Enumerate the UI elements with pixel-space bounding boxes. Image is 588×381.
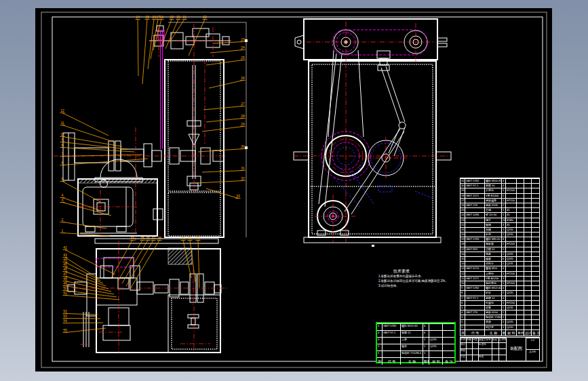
bom-cell-no: 3	[460, 315, 465, 319]
bom-cell-remark	[532, 178, 539, 183]
svg-text:18: 18	[159, 15, 163, 19]
bom-cell-material	[506, 178, 517, 183]
parts-cell-material	[429, 330, 443, 337]
svg-text:49: 49	[63, 281, 67, 285]
bom-cell-name: V带 B1400	[485, 193, 502, 198]
bom-cell-material	[506, 285, 517, 290]
bom-cell-remark	[532, 193, 539, 198]
parts-cell-qty: 6	[423, 330, 429, 337]
drawing-name: 装配图	[510, 346, 522, 351]
bom-row: 5 摇臂 1 Q235	[460, 305, 539, 310]
bom-cell-total-weight	[524, 222, 532, 227]
bom-cell-unit-weight	[517, 266, 524, 270]
bom-cell-remark	[532, 207, 539, 212]
bom-cell-name: 螺栓 M12×40	[485, 285, 502, 290]
parts-cell-qty: 1	[423, 337, 429, 344]
bom-cell-no: 1	[460, 325, 465, 329]
bom-cell-material	[506, 276, 517, 281]
bom-cell-remark	[532, 198, 539, 203]
bom-cell-remark	[532, 252, 539, 256]
bom-cell-material	[506, 193, 517, 198]
svg-text:55: 55	[63, 328, 67, 332]
belt-drive-view	[294, 19, 451, 247]
bom-rows: 31 GB/T 5782 螺栓 M10×35 4 30 GB/T 97.1 垫圈…	[460, 178, 539, 329]
bom-cell-no: 24	[460, 212, 465, 217]
signature-rows: 设计 标准化 审核 工艺 批准	[460, 342, 507, 361]
bom-cell-total-weight	[524, 207, 532, 212]
bom-cell-no: 30	[460, 183, 465, 188]
revision-header-row: 标记 处数 分区 更改文件号 签名 年月日	[460, 338, 507, 342]
bom-cell-code: GB/T 97.1	[465, 183, 485, 188]
bom-cell-remark	[532, 305, 539, 310]
bom-cell-material	[506, 237, 517, 241]
parts-cell-material: Q235	[429, 337, 443, 344]
parts-header-no: 序号	[377, 357, 383, 365]
bom-cell-code: GB/T 5783	[465, 237, 485, 241]
bom-cell-unit-weight	[517, 325, 524, 329]
bom-cell-total-weight	[524, 300, 532, 305]
parts-header-code: 代 号	[383, 357, 401, 365]
bom-cell-name: 张紧轮	[485, 300, 502, 305]
bom-cell-no: 14	[460, 261, 465, 266]
bom-cell-remark	[532, 285, 539, 290]
bom-cell-code: GB/T 1171	[465, 193, 485, 198]
bom-cell-remark	[532, 266, 539, 270]
bom-cell-name: 底座	[485, 319, 502, 324]
bom-cell-material	[506, 266, 517, 270]
bom-row: 8 机架 1 Q235	[460, 290, 539, 295]
bom-cell-name: 机壳	[485, 232, 502, 237]
parts-cell-remark	[443, 350, 454, 357]
parts-header-name: 名 称	[401, 357, 423, 365]
parts-cell-name: 箱体	[401, 344, 423, 350]
svg-text:12: 12	[60, 108, 64, 113]
selected-parts-table[interactable]: 5 GB/T 5782 螺栓 M12×35 6 4 GB/T 97.1 垫圈 1…	[376, 322, 456, 363]
bom-cell-code: GB/T 97.1	[465, 296, 485, 300]
parts-cell-qty: 6	[423, 323, 429, 330]
parts-cell-remark	[443, 323, 454, 330]
cad-sheet-canvas[interactable]: 1415161718192021221211109876543212324252…	[35, 8, 552, 372]
parts-cell-code	[383, 337, 401, 344]
svg-text:43: 43	[63, 253, 67, 257]
parts-cell-no: 5	[377, 323, 383, 330]
bom-cell-material: Q235	[506, 290, 517, 295]
svg-text:22: 22	[203, 15, 207, 19]
parts-row: 2 箱体 1 Q235	[377, 344, 454, 350]
bom-cell-unit-weight	[517, 193, 524, 198]
bom-cell-material: HT200	[506, 188, 517, 193]
parts-cell-code	[383, 350, 401, 357]
bom-cell-total-weight	[524, 296, 532, 300]
bom-row: 16 甩盘 2 Q235	[460, 252, 539, 256]
svg-text:41: 41	[196, 236, 200, 240]
bom-cell-material	[506, 315, 517, 319]
svg-text:8: 8	[62, 143, 64, 147]
bom-cell-no: 22	[460, 222, 465, 227]
bom-cell-no: 19	[460, 237, 465, 241]
rev-cell: 标记	[460, 338, 467, 342]
bom-cell-no: 23	[460, 218, 465, 222]
parts-header-remark: 备 注	[443, 357, 454, 365]
rev-cell: 年月日	[499, 338, 507, 342]
bom-cell-remark	[532, 261, 539, 266]
bom-cell-code: GB/T 276	[465, 310, 485, 315]
bom-row: 3 电动机 Y160M-4 1	[460, 315, 539, 319]
notes-line: 3.试运转合格。	[378, 284, 473, 289]
bom-cell-unit-weight	[517, 198, 524, 203]
bom-cell-total-weight	[524, 305, 532, 310]
bom-cell-code	[465, 256, 485, 261]
svg-text:25: 25	[241, 56, 245, 60]
svg-text:31: 31	[241, 166, 245, 170]
bom-cell-code	[465, 290, 485, 295]
title-block: 标记 处数 分区 更改文件号 签名 年月日 设计 标准化 审核	[460, 337, 540, 361]
bom-cell-unit-weight	[517, 305, 524, 310]
sig-cell	[473, 342, 479, 348]
bom-cell-material	[506, 247, 517, 252]
bom-cell-unit-weight	[517, 247, 524, 252]
bom-cell-remark	[532, 296, 539, 300]
sig-cell: 标准化	[479, 342, 492, 348]
bom-row: 22 销轴 4 45	[460, 222, 539, 227]
bom-cell-name: 甩盘	[485, 252, 502, 256]
bom-cell-total-weight	[524, 237, 532, 241]
bom-cell-material: Q235	[506, 252, 517, 256]
bom-cell-code: GB/T 1096	[465, 212, 485, 217]
bom-cell-unit-weight	[517, 207, 524, 212]
